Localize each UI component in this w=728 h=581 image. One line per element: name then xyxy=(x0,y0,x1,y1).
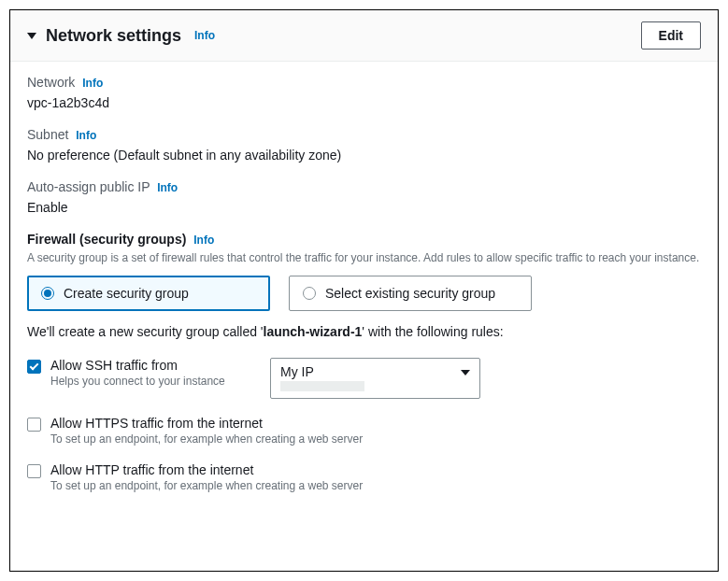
public-ip-value: Enable xyxy=(27,200,701,215)
network-value: vpc-1a2b3c4d xyxy=(27,95,701,110)
info-link-public-ip[interactable]: Info xyxy=(157,181,178,194)
allow-http-desc: To set up an endpoint, for example when … xyxy=(50,479,363,492)
allow-https-desc: To set up an endpoint, for example when … xyxy=(50,432,363,446)
checkbox-allow-http[interactable] xyxy=(27,464,41,478)
checkbox-allow-ssh[interactable] xyxy=(27,360,41,374)
radio-icon xyxy=(303,287,316,300)
subnet-label: Subnet xyxy=(27,127,68,142)
chevron-down-icon xyxy=(461,370,470,376)
network-label: Network xyxy=(27,75,75,90)
security-group-name: launch-wizard-1 xyxy=(264,324,363,339)
allow-ssh-desc: Helps you connect to your instance xyxy=(50,375,225,388)
radio-existing-label: Select existing security group xyxy=(325,286,495,301)
radio-create-security-group[interactable]: Create security group xyxy=(27,276,270,311)
subnet-field: Subnet Info No preference (Default subne… xyxy=(27,127,701,163)
subnet-value: No preference (Default subnet in any ava… xyxy=(27,148,701,163)
info-link-subnet[interactable]: Info xyxy=(76,129,96,142)
panel-header: Network settings Info Edit xyxy=(10,10,718,62)
radio-create-label: Create security group xyxy=(64,286,189,301)
allow-https-label: Allow HTTPS traffic from the internet xyxy=(50,416,363,431)
firewall-desc: A security group is a set of firewall ru… xyxy=(27,250,701,266)
network-settings-panel: Network settings Info Edit Network Info … xyxy=(9,9,719,572)
panel-title: Network settings xyxy=(46,26,181,46)
firewall-field: Firewall (security groups) Info A securi… xyxy=(27,232,701,266)
checkmark-icon xyxy=(30,361,39,370)
info-link-network[interactable]: Info xyxy=(82,77,103,90)
public-ip-label: Auto-assign public IP xyxy=(27,179,150,194)
allow-ssh-label: Allow SSH traffic from xyxy=(50,358,225,373)
radio-icon xyxy=(41,287,54,300)
collapse-caret-icon[interactable] xyxy=(27,33,36,39)
info-link-firewall[interactable]: Info xyxy=(193,234,214,247)
network-field: Network Info vpc-1a2b3c4d xyxy=(27,75,701,110)
security-group-sentence: We'll create a new security group called… xyxy=(27,324,701,339)
public-ip-field: Auto-assign public IP Info Enable xyxy=(27,179,701,215)
firewall-label: Firewall (security groups) xyxy=(27,232,186,247)
ssh-source-value: My IP xyxy=(280,364,470,379)
ssh-source-ip-placeholder xyxy=(280,381,364,391)
edit-button[interactable]: Edit xyxy=(641,21,701,50)
radio-select-existing-security-group[interactable]: Select existing security group xyxy=(289,276,532,311)
checkbox-allow-https[interactable] xyxy=(27,418,41,432)
info-link-header[interactable]: Info xyxy=(194,29,215,42)
allow-http-label: Allow HTTP traffic from the internet xyxy=(50,462,363,477)
ssh-source-select[interactable]: My IP xyxy=(270,358,480,399)
